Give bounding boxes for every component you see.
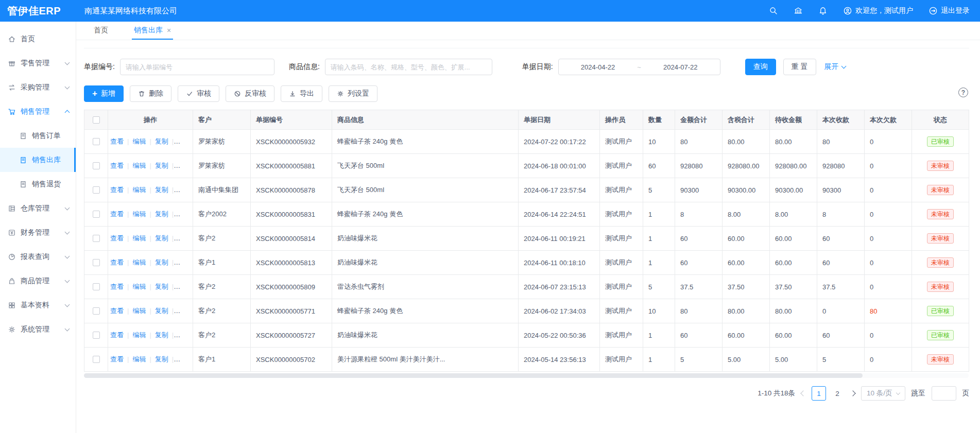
col-header-tax_amount: 含税合计 xyxy=(723,110,770,130)
search-icon[interactable] xyxy=(769,6,778,15)
tab-home[interactable]: 首页 xyxy=(92,22,110,40)
action-编辑[interactable]: 编辑 xyxy=(132,210,146,218)
cell-qty: 1 xyxy=(643,202,675,227)
expand-toggle[interactable]: 展开 xyxy=(824,62,846,72)
page-number-2[interactable]: 2 xyxy=(830,386,845,401)
action-编辑[interactable]: 编辑 xyxy=(132,186,146,194)
action-编辑[interactable]: 编辑 xyxy=(132,234,146,242)
action-编辑[interactable]: 编辑 xyxy=(132,137,146,145)
cell-amount: 80 xyxy=(675,130,723,154)
date-to[interactable]: 2024-07-22 xyxy=(663,63,698,71)
prev-page-icon[interactable] xyxy=(800,390,806,396)
row-checkbox[interactable] xyxy=(93,283,100,290)
chevron-down-icon xyxy=(65,254,70,259)
row-checkbox[interactable] xyxy=(93,332,100,339)
bell-icon[interactable] xyxy=(818,6,828,15)
action-查看[interactable]: 查看 xyxy=(110,355,124,363)
jump-page-input[interactable] xyxy=(932,386,956,401)
action-复制[interactable]: 复制 xyxy=(155,186,168,194)
cell-qty: 10 xyxy=(643,130,675,154)
cell-product: 蜂蜜柚子茶 240g 黄色 xyxy=(332,299,519,323)
action-查看[interactable]: 查看 xyxy=(110,307,124,315)
action-复制[interactable]: 复制 xyxy=(155,258,168,266)
row-checkbox[interactable] xyxy=(93,259,100,266)
gear-button[interactable]: 列设置 xyxy=(329,85,377,102)
action-编辑[interactable]: 编辑 xyxy=(132,355,146,363)
sidebar-item-purchase[interactable]: 采购管理 xyxy=(0,75,76,99)
trash-button[interactable]: 删除 xyxy=(130,85,171,102)
cell-received: 60 xyxy=(817,227,865,251)
scrollbar-thumb[interactable] xyxy=(84,373,863,378)
sidebar-item-retail[interactable]: 零售管理 xyxy=(0,51,76,75)
cell-operator: 测试用户 xyxy=(600,348,643,372)
sidebar-item-sales-return[interactable]: 销售退货 xyxy=(0,172,76,196)
row-checkbox[interactable] xyxy=(93,235,100,242)
sidebar-item-sales[interactable]: 销售管理 xyxy=(0,99,76,124)
row-checkbox[interactable] xyxy=(93,211,100,218)
search-button[interactable]: 查询 xyxy=(745,59,776,75)
product-info-input[interactable] xyxy=(325,59,492,75)
sidebar-item-sales-order[interactable]: 销售订单 xyxy=(0,124,76,148)
welcome-user[interactable]: 欢迎您，测试用户 xyxy=(843,6,913,15)
date-range-picker[interactable]: 2024-04-22 ~ 2024-07-22 xyxy=(558,59,720,75)
action-编辑[interactable]: 编辑 xyxy=(132,307,146,315)
action-复制[interactable]: 复制 xyxy=(155,234,168,242)
action-查看[interactable]: 查看 xyxy=(110,210,124,218)
cell-receivable: 60.00 xyxy=(770,227,817,251)
bank-icon[interactable] xyxy=(794,6,803,15)
row-checkbox[interactable] xyxy=(93,356,100,363)
action-复制[interactable]: 复制 xyxy=(155,331,168,339)
action-复制[interactable]: 复制 xyxy=(155,137,168,145)
date-from[interactable]: 2024-04-22 xyxy=(581,63,615,71)
action-编辑[interactable]: 编辑 xyxy=(132,283,146,290)
action-复制[interactable]: 复制 xyxy=(155,283,168,290)
action-复制[interactable]: 复制 xyxy=(155,210,168,218)
action-复制[interactable]: 复制 xyxy=(155,355,168,363)
action-查看[interactable]: 查看 xyxy=(110,137,124,145)
bill-no-input[interactable] xyxy=(120,59,274,75)
action-编辑[interactable]: 编辑 xyxy=(132,331,146,339)
sidebar-item-sales-outbound[interactable]: 销售出库 xyxy=(0,148,76,172)
select-all-checkbox[interactable] xyxy=(93,116,100,124)
sidebar-item-base[interactable]: 基本资料 xyxy=(0,293,76,317)
help-icon[interactable]: ? xyxy=(958,88,968,97)
sidebar-item-goods[interactable]: 商品管理 xyxy=(0,269,76,293)
action-查看[interactable]: 查看 xyxy=(110,283,124,290)
table-row: 查看|编辑|复制|删除客户2XSCK00000005809雷达杀虫气雾剂2024… xyxy=(84,275,969,299)
chevron-down-icon xyxy=(65,230,70,235)
sidebar-item-home[interactable]: 首页 xyxy=(0,27,76,51)
cell-customer: 客户2 xyxy=(193,275,251,299)
tab-sales-outbound[interactable]: 销售出库 × xyxy=(132,22,173,40)
sidebar-item-report[interactable]: 报表查询 xyxy=(0,245,76,269)
cell-product: 美汁源果粒橙 500ml 美汁美汁美汁... xyxy=(332,348,519,372)
action-复制[interactable]: 复制 xyxy=(155,162,168,169)
sidebar-item-finance[interactable]: 财务管理 xyxy=(0,220,76,245)
page-size-select[interactable]: 10 条/页 xyxy=(861,386,905,401)
action-查看[interactable]: 查看 xyxy=(110,186,124,194)
reset-button[interactable]: 重 置 xyxy=(783,59,816,75)
ban-button[interactable]: 反审核 xyxy=(226,85,274,102)
row-checkbox[interactable] xyxy=(93,307,100,315)
cell-amount: 90300 xyxy=(675,178,723,202)
close-icon[interactable]: × xyxy=(167,26,171,34)
row-checkbox[interactable] xyxy=(93,162,100,169)
row-checkbox[interactable] xyxy=(93,186,100,194)
action-查看[interactable]: 查看 xyxy=(110,258,124,266)
action-查看[interactable]: 查看 xyxy=(110,331,124,339)
next-page-icon[interactable] xyxy=(850,390,855,396)
sidebar-item-system[interactable]: 系统管理 xyxy=(0,317,76,341)
row-checkbox[interactable] xyxy=(93,138,100,145)
row-actions: 查看|编辑|复制|删除 xyxy=(108,178,193,202)
check-button[interactable]: 审核 xyxy=(178,85,219,102)
plus-button[interactable]: +新增 xyxy=(84,85,124,102)
action-查看[interactable]: 查看 xyxy=(110,162,124,169)
page-number-1[interactable]: 1 xyxy=(812,386,826,401)
download-button[interactable]: 导出 xyxy=(281,85,322,102)
action-编辑[interactable]: 编辑 xyxy=(132,162,146,169)
action-编辑[interactable]: 编辑 xyxy=(132,258,146,266)
logout-button[interactable]: 退出登录 xyxy=(929,6,970,15)
action-查看[interactable]: 查看 xyxy=(110,234,124,242)
pagination-total: 1-10 共18条 xyxy=(758,389,795,398)
sidebar-item-warehouse[interactable]: 仓库管理 xyxy=(0,196,76,220)
action-复制[interactable]: 复制 xyxy=(155,307,168,315)
